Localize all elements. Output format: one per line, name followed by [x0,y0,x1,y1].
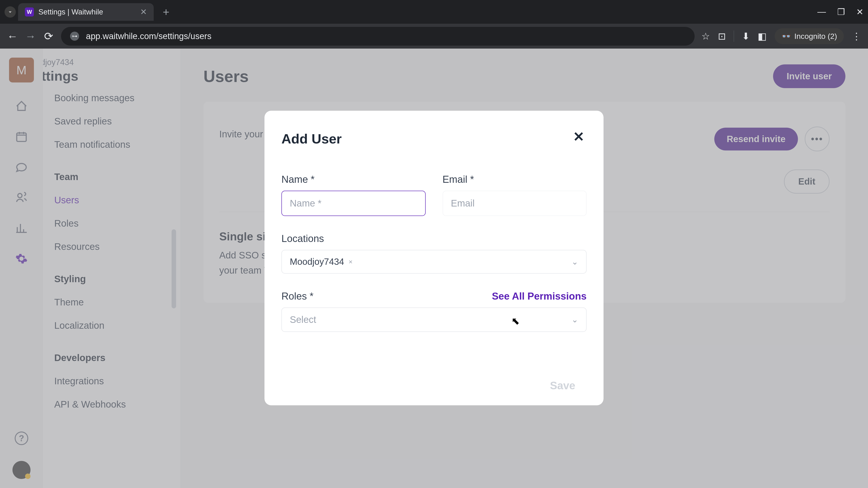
modal-overlay[interactable]: Add User ✕ Name * Email * Locations [0,48,868,488]
roles-label: Roles * [281,291,313,302]
email-label: Email * [442,174,587,185]
nav-bar: ← → ⟳ ⊶ app.waitwhile.com/settings/users… [0,24,868,48]
side-panel-icon[interactable]: ◧ [758,31,767,42]
minimize-icon[interactable]: — [817,7,826,17]
extensions-icon[interactable]: ⊡ [718,31,726,42]
maximize-icon[interactable]: ❐ [837,7,845,17]
email-group: Email * [442,174,587,216]
url-text: app.waitwhile.com/settings/users [86,31,211,41]
browser-tab[interactable]: W Settings | Waitwhile ✕ [18,3,154,21]
site-info-icon[interactable]: ⊶ [70,32,79,41]
chevron-down-icon: ⌄ [571,257,578,267]
back-button[interactable]: ← [7,30,18,42]
modal-close-button[interactable]: ✕ [573,129,584,144]
roles-select[interactable]: Select ⌄ [281,307,587,332]
name-input[interactable] [281,191,426,216]
incognito-badge[interactable]: 👓 Incognito (2) [775,28,844,44]
roles-group: Roles * See All Permissions Select ⌄ [281,291,587,332]
new-tab-button[interactable]: + [163,5,169,19]
roles-placeholder: Select [290,314,316,325]
incognito-label: Incognito (2) [794,32,837,41]
tab-close-icon[interactable]: ✕ [140,7,147,17]
tab-search-dropdown[interactable] [4,6,16,18]
tab-title: Settings | Waitwhile [38,8,103,16]
url-bar[interactable]: ⊶ app.waitwhile.com/settings/users [61,27,694,46]
reload-button[interactable]: ⟳ [43,30,54,42]
name-email-row: Name * Email * [281,174,587,216]
modal-title: Add User [281,131,587,147]
locations-group: Locations Moodjoy7434 × ⌄ [281,233,587,273]
tab-bar: W Settings | Waitwhile ✕ + — ❐ ✕ [0,0,868,24]
incognito-icon: 👓 [781,32,791,41]
app-content: M ? Moodjoy7434 Settings [0,48,868,488]
locations-select[interactable]: Moodjoy7434 × ⌄ [281,250,587,273]
add-user-modal: Add User ✕ Name * Email * Locations [265,111,603,405]
name-label: Name * [281,174,426,185]
menu-icon[interactable]: ⋮ [852,31,861,42]
chip-remove-icon[interactable]: × [348,258,352,266]
downloads-icon[interactable]: ⬇ [742,31,750,42]
roles-header: Roles * See All Permissions [281,291,587,302]
chevron-down-icon: ⌄ [571,315,578,324]
location-chip: Moodjoy7434 × [290,257,352,267]
name-group: Name * [281,174,426,216]
email-input[interactable] [442,191,587,216]
waitwhile-favicon-icon: W [25,7,34,17]
forward-button[interactable]: → [25,30,36,42]
window-controls: — ❐ ✕ [817,7,864,17]
close-window-icon[interactable]: ✕ [856,7,864,17]
modal-footer: Save [281,375,587,396]
modal-form: Name * Email * Locations Moodjoy7434 × [281,174,587,396]
location-chip-label: Moodjoy7434 [290,257,344,267]
nav-right: ☆ ⊡ ⬇ ◧ 👓 Incognito (2) ⋮ [702,28,861,44]
bookmark-icon[interactable]: ☆ [702,31,710,42]
browser-chrome: W Settings | Waitwhile ✕ + — ❐ ✕ ← → ⟳ ⊶… [0,0,868,48]
save-button[interactable]: Save [539,375,587,396]
locations-label: Locations [281,233,587,244]
see-permissions-link[interactable]: See All Permissions [492,291,587,302]
